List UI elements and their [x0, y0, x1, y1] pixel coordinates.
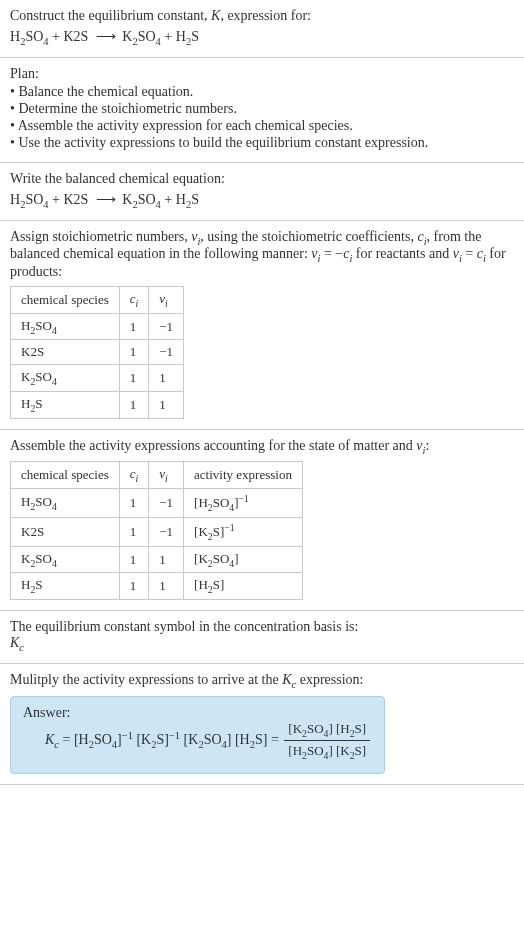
col-species: chemical species	[11, 287, 120, 314]
table-row: H2S11[H2S]	[11, 573, 303, 600]
plan-item-3: • Assemble the activity expression for e…	[10, 118, 514, 134]
col-ci: ci	[119, 462, 149, 489]
col-nui: νi	[149, 287, 184, 314]
section-stoich: Assign stoichiometric numbers, νi, using…	[0, 221, 524, 430]
answer-expression: Kc = [H2SO4]−1 [K2S]−1 [K2SO4] [H2S] = […	[23, 721, 372, 761]
section-final: Mulitply the activity expressions to arr…	[0, 664, 524, 785]
table-header-row: chemical species ci νi activity expressi…	[11, 462, 303, 489]
table-row: H2S11	[11, 391, 184, 418]
col-nui: νi	[149, 462, 184, 489]
stoich-table: chemical species ci νi H2SO41−1 K2S1−1 K…	[10, 286, 184, 418]
plan-item-2: • Determine the stoichiometric numbers.	[10, 101, 514, 117]
section-activity: Assemble the activity expressions accoun…	[0, 430, 524, 611]
activity-head: Assemble the activity expressions accoun…	[10, 438, 514, 456]
fraction-denominator: [H2SO4] [K2S]	[284, 741, 370, 761]
plan-head: Plan:	[10, 66, 514, 82]
construct-line: Construct the equilibrium constant, K, e…	[10, 8, 514, 24]
balanced-head: Write the balanced chemical equation:	[10, 171, 514, 187]
activity-table: chemical species ci νi activity expressi…	[10, 461, 303, 600]
equation-balanced: H2SO4 + K2S ⟶ K2SO4 + H2S	[10, 191, 514, 210]
fraction-numerator: [K2SO4] [H2S]	[284, 721, 370, 742]
section-construct: Construct the equilibrium constant, K, e…	[0, 0, 524, 58]
plan-item-1: • Balance the chemical equation.	[10, 84, 514, 100]
col-ci: ci	[119, 287, 149, 314]
table-header-row: chemical species ci νi	[11, 287, 184, 314]
section-kc-symbol: The equilibrium constant symbol in the c…	[0, 611, 524, 664]
table-row: H2SO41−1[H2SO4]−1	[11, 488, 303, 517]
table-row: K2SO411	[11, 365, 184, 392]
section-balanced: Write the balanced chemical equation: H2…	[0, 163, 524, 221]
kc-line: The equilibrium constant symbol in the c…	[10, 619, 514, 635]
table-row: K2S1−1[K2S]−1	[11, 517, 303, 546]
plan-item-4: • Use the activity expressions to build …	[10, 135, 514, 151]
final-head: Mulitply the activity expressions to arr…	[10, 672, 514, 690]
kc-symbol: Kc	[10, 635, 514, 653]
stoich-text: Assign stoichiometric numbers, νi, using…	[10, 229, 514, 281]
table-row: K2SO411[K2SO4]	[11, 546, 303, 573]
table-row: H2SO41−1	[11, 313, 184, 340]
section-plan: Plan: • Balance the chemical equation. •…	[0, 58, 524, 163]
table-row: K2S1−1	[11, 340, 184, 365]
answer-box: Answer: Kc = [H2SO4]−1 [K2S]−1 [K2SO4] […	[10, 696, 385, 774]
equation-unbalanced: H2SO4 + K2S ⟶ K2SO4 + H2S	[10, 28, 514, 47]
col-activity: activity expression	[184, 462, 303, 489]
col-species: chemical species	[11, 462, 120, 489]
fraction: [K2SO4] [H2S] [H2SO4] [K2S]	[282, 721, 372, 761]
plan-list: • Balance the chemical equation. • Deter…	[10, 84, 514, 151]
answer-label: Answer:	[23, 705, 372, 721]
